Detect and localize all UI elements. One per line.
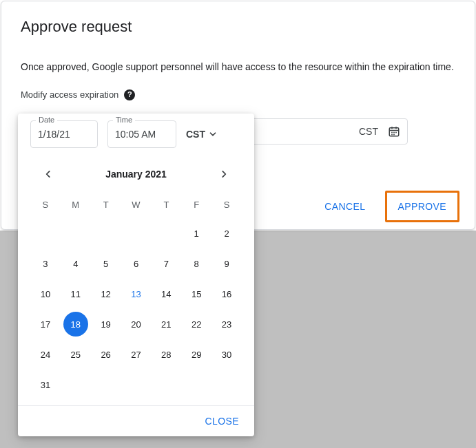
- approve-button[interactable]: APPROVE: [389, 194, 457, 219]
- day-of-week-header: M: [61, 191, 91, 218]
- calendar-day[interactable]: 25: [61, 339, 91, 370]
- dialog-actions: CANCEL APPROVE: [316, 191, 459, 222]
- time-input[interactable]: [107, 120, 176, 148]
- calendar-day[interactable]: 10: [30, 279, 61, 309]
- calendar-day[interactable]: 3: [30, 248, 61, 279]
- timezone-label: CST: [186, 129, 205, 140]
- calendar-day[interactable]: 14: [151, 279, 181, 309]
- cancel-button[interactable]: CANCEL: [316, 195, 373, 217]
- day-of-week-header: T: [151, 191, 181, 218]
- calendar-day[interactable]: 2: [211, 218, 242, 248]
- close-button[interactable]: CLOSE: [197, 410, 247, 432]
- calendar-day[interactable]: 4: [61, 248, 91, 279]
- calendar-empty-cell: [30, 218, 61, 248]
- calendar-day[interactable]: 29: [181, 339, 211, 370]
- calendar-day[interactable]: 30: [211, 339, 242, 370]
- svg-point-8: [393, 134, 395, 136]
- dialog-description: Once approved, Google support personnel …: [21, 61, 455, 74]
- calendar-day[interactable]: 26: [91, 339, 121, 370]
- timezone-display: CST: [359, 126, 378, 137]
- calendar-day[interactable]: 23: [211, 309, 242, 339]
- day-of-week-header: S: [211, 191, 242, 218]
- calendar-empty-cell: [121, 218, 152, 248]
- calendar-day[interactable]: 16: [211, 279, 242, 309]
- calendar-day[interactable]: 19: [91, 309, 121, 339]
- svg-point-6: [395, 132, 397, 134]
- svg-point-4: [391, 132, 393, 134]
- calendar-empty-cell: [91, 218, 121, 248]
- day-of-week-header: W: [121, 191, 152, 218]
- calendar-day[interactable]: 28: [151, 339, 181, 370]
- calendar-day[interactable]: 17: [30, 309, 61, 339]
- calendar-day[interactable]: 27: [121, 339, 152, 370]
- calendar-day[interactable]: 22: [181, 309, 211, 339]
- calendar-day[interactable]: 7: [151, 248, 181, 279]
- dialog-title: Approve request: [21, 18, 455, 36]
- help-icon[interactable]: ?: [124, 89, 135, 100]
- svg-point-7: [391, 134, 393, 136]
- calendar-day[interactable]: 20: [121, 309, 152, 339]
- prev-month-button[interactable]: [39, 164, 58, 184]
- calendar-icon: [388, 125, 400, 138]
- picker-actions: CLOSE: [18, 405, 254, 436]
- date-field-wrapper: Date: [30, 120, 98, 148]
- day-of-week-header: T: [91, 191, 121, 218]
- month-title: January 2021: [105, 169, 167, 180]
- month-navigation: January 2021: [18, 156, 254, 188]
- calendar-day[interactable]: 1: [181, 218, 211, 248]
- day-of-week-header: S: [30, 191, 61, 218]
- calendar-day[interactable]: 6: [121, 248, 152, 279]
- calendar-day[interactable]: 31: [30, 370, 61, 400]
- chevron-down-icon: [208, 129, 218, 139]
- calendar-day[interactable]: 13: [121, 279, 152, 309]
- next-month-button[interactable]: [214, 164, 234, 184]
- calendar-day[interactable]: 9: [211, 248, 242, 279]
- modify-expiration-label: Modify access expiration: [21, 89, 118, 100]
- date-time-picker: Date Time CST January 2021 SMTWTFS123456…: [18, 114, 254, 436]
- calendar-day[interactable]: 24: [30, 339, 61, 370]
- chevron-right-icon: [219, 169, 229, 179]
- calendar-day[interactable]: 15: [181, 279, 211, 309]
- calendar-day[interactable]: 12: [91, 279, 121, 309]
- calendar-grid: SMTWTFS123456789101112131415161718192021…: [18, 188, 254, 400]
- date-field-label: Date: [36, 116, 57, 124]
- svg-point-5: [393, 132, 395, 134]
- chevron-left-icon: [43, 169, 53, 179]
- calendar-day[interactable]: 18: [61, 309, 91, 339]
- calendar-empty-cell: [151, 218, 181, 248]
- calendar-day[interactable]: 5: [91, 248, 121, 279]
- modify-expiration-row: Modify access expiration ?: [21, 89, 455, 100]
- calendar-day[interactable]: 8: [181, 248, 211, 279]
- approve-highlight-box: APPROVE: [385, 191, 460, 222]
- calendar-day[interactable]: 11: [61, 279, 91, 309]
- date-input[interactable]: [30, 120, 98, 148]
- date-time-inputs-row: Date Time CST: [18, 120, 254, 156]
- calendar-day[interactable]: 21: [151, 309, 181, 339]
- day-of-week-header: F: [181, 191, 211, 218]
- calendar-empty-cell: [61, 218, 91, 248]
- timezone-dropdown[interactable]: CST: [186, 120, 218, 148]
- time-field-wrapper: Time: [107, 120, 176, 148]
- time-field-label: Time: [113, 116, 135, 124]
